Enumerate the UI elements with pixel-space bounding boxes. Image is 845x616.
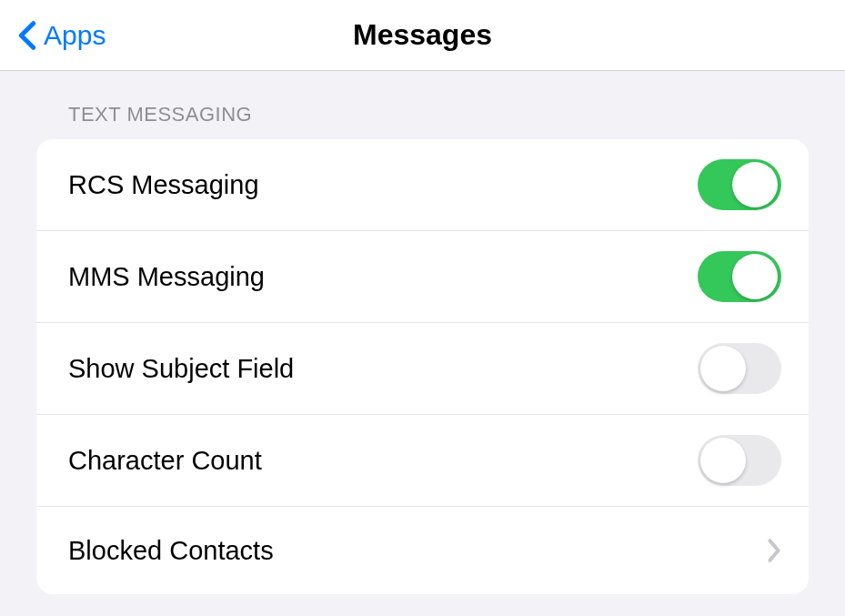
section-header: TEXT MESSAGING [68, 103, 809, 126]
back-label: Apps [44, 20, 106, 51]
back-button[interactable]: Apps [18, 20, 106, 51]
settings-group: RCS Messaging MMS Messaging Show Subject… [36, 139, 809, 594]
row-blocked-contacts[interactable]: Blocked Contacts [36, 507, 809, 594]
row-character-count[interactable]: Character Count [36, 415, 809, 507]
toggle-knob [700, 346, 746, 391]
row-label: RCS Messaging [68, 170, 259, 200]
row-label: Blocked Contacts [68, 536, 274, 566]
content-area: TEXT MESSAGING RCS Messaging MMS Messagi… [0, 71, 845, 594]
mms-messaging-toggle[interactable] [698, 251, 781, 302]
row-label: MMS Messaging [68, 262, 265, 292]
rcs-messaging-toggle[interactable] [698, 159, 781, 210]
chevron-left-icon [18, 20, 36, 51]
row-rcs-messaging[interactable]: RCS Messaging [36, 139, 809, 231]
page-title: Messages [353, 18, 492, 52]
toggle-knob [732, 254, 778, 299]
row-label: Character Count [68, 446, 262, 476]
row-label: Show Subject Field [68, 354, 294, 384]
row-mms-messaging[interactable]: MMS Messaging [36, 231, 809, 323]
chevron-right-icon [767, 538, 781, 563]
character-count-toggle[interactable] [698, 435, 781, 486]
row-show-subject-field[interactable]: Show Subject Field [36, 323, 809, 415]
show-subject-field-toggle[interactable] [698, 343, 781, 394]
toggle-knob [700, 438, 746, 483]
navigation-header: Apps Messages [0, 0, 845, 71]
toggle-knob [732, 162, 778, 207]
